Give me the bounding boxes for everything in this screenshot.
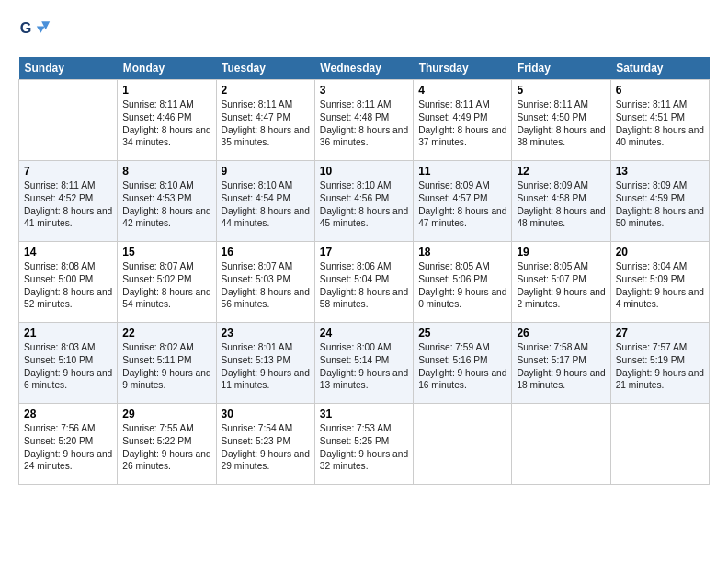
calendar-cell: 3Sunrise: 8:11 AMSunset: 4:48 PMDaylight… [314,80,413,161]
date-number: 15 [122,246,210,259]
calendar-cell: 26Sunrise: 7:58 AMSunset: 5:17 PMDayligh… [512,323,610,404]
calendar-cell [512,404,610,485]
calendar-cell: 10Sunrise: 8:10 AMSunset: 4:56 PMDayligh… [314,161,413,242]
cell-info: Sunrise: 8:00 AMSunset: 5:14 PMDaylight:… [320,342,408,390]
cell-info: Sunrise: 7:58 AMSunset: 5:17 PMDaylight:… [517,342,605,390]
cell-info: Sunrise: 8:01 AMSunset: 5:13 PMDaylight:… [222,342,310,390]
cell-info: Sunrise: 7:59 AMSunset: 5:16 PMDaylight:… [418,342,506,390]
cell-info: Sunrise: 8:11 AMSunset: 4:52 PMDaylight:… [24,180,112,228]
cell-info: Sunrise: 7:54 AMSunset: 5:23 PMDaylight:… [222,423,310,471]
calendar-cell: 28Sunrise: 7:56 AMSunset: 5:20 PMDayligh… [19,404,118,485]
date-number: 10 [320,165,408,178]
date-number: 28 [24,408,112,420]
svg-text:G: G [20,19,32,36]
page-header: G [18,15,710,48]
calendar-cell: 12Sunrise: 8:09 AMSunset: 4:58 PMDayligh… [512,161,610,242]
cell-info: Sunrise: 8:08 AMSunset: 5:00 PMDaylight:… [24,261,112,309]
date-number: 2 [222,84,310,97]
cell-info: Sunrise: 7:56 AMSunset: 5:20 PMDaylight:… [24,423,112,471]
weekday-wednesday: Wednesday [314,57,413,80]
logo-icon: G [18,15,51,48]
date-number: 26 [517,327,605,339]
cell-info: Sunrise: 8:09 AMSunset: 4:58 PMDaylight:… [517,180,605,228]
logo: G [18,15,55,48]
svg-marker-3 [37,27,45,33]
date-number: 7 [24,165,112,178]
weekday-monday: Monday [118,57,216,80]
calendar-cell: 6Sunrise: 8:11 AMSunset: 4:51 PMDaylight… [610,80,709,161]
week-row-1: 1Sunrise: 8:11 AMSunset: 4:46 PMDaylight… [19,80,710,161]
cell-info: Sunrise: 8:11 AMSunset: 4:51 PMDaylight:… [616,99,704,147]
cell-info: Sunrise: 8:10 AMSunset: 4:54 PMDaylight:… [222,180,310,228]
week-row-4: 21Sunrise: 8:03 AMSunset: 5:10 PMDayligh… [19,323,710,404]
cell-info: Sunrise: 8:03 AMSunset: 5:10 PMDaylight:… [24,342,112,390]
date-number: 12 [517,165,605,178]
date-number: 27 [616,327,704,339]
date-number: 11 [418,165,506,178]
cell-info: Sunrise: 8:10 AMSunset: 4:53 PMDaylight:… [122,180,210,228]
cell-info: Sunrise: 8:05 AMSunset: 5:06 PMDaylight:… [418,261,506,309]
date-number: 14 [24,246,112,259]
date-number: 5 [517,84,605,97]
cell-info: Sunrise: 8:05 AMSunset: 5:07 PMDaylight:… [517,261,605,309]
weekday-sunday: Sunday [19,57,118,80]
calendar-cell [414,404,512,485]
calendar-table: SundayMondayTuesdayWednesdayThursdayFrid… [18,57,710,485]
calendar-cell: 22Sunrise: 8:02 AMSunset: 5:11 PMDayligh… [118,323,216,404]
date-number: 30 [222,408,310,420]
cell-info: Sunrise: 8:02 AMSunset: 5:11 PMDaylight:… [122,342,210,390]
date-number: 16 [222,246,310,259]
date-number: 22 [122,327,210,339]
calendar-cell: 31Sunrise: 7:53 AMSunset: 5:25 PMDayligh… [314,404,413,485]
calendar-cell: 21Sunrise: 8:03 AMSunset: 5:10 PMDayligh… [19,323,118,404]
calendar-cell: 20Sunrise: 8:04 AMSunset: 5:09 PMDayligh… [610,242,709,323]
calendar-cell: 29Sunrise: 7:55 AMSunset: 5:22 PMDayligh… [118,404,216,485]
calendar-cell: 17Sunrise: 8:06 AMSunset: 5:04 PMDayligh… [314,242,413,323]
date-number: 21 [24,327,112,339]
calendar-cell: 15Sunrise: 8:07 AMSunset: 5:02 PMDayligh… [118,242,216,323]
cell-info: Sunrise: 8:07 AMSunset: 5:02 PMDaylight:… [122,261,210,309]
week-row-2: 7Sunrise: 8:11 AMSunset: 4:52 PMDaylight… [19,161,710,242]
week-row-3: 14Sunrise: 8:08 AMSunset: 5:00 PMDayligh… [19,242,710,323]
calendar-cell: 1Sunrise: 8:11 AMSunset: 4:46 PMDaylight… [118,80,216,161]
date-number: 31 [320,408,408,420]
date-number: 24 [320,327,408,339]
date-number: 18 [418,246,506,259]
cell-info: Sunrise: 8:09 AMSunset: 4:57 PMDaylight:… [418,180,506,228]
week-row-5: 28Sunrise: 7:56 AMSunset: 5:20 PMDayligh… [19,404,710,485]
calendar-cell: 11Sunrise: 8:09 AMSunset: 4:57 PMDayligh… [414,161,512,242]
calendar-page: G SundayMondayTuesdayWednesdayThursdayFr… [0,0,728,563]
calendar-cell: 24Sunrise: 8:00 AMSunset: 5:14 PMDayligh… [314,323,413,404]
date-number: 6 [616,84,704,97]
cell-info: Sunrise: 7:57 AMSunset: 5:19 PMDaylight:… [616,342,704,390]
cell-info: Sunrise: 8:11 AMSunset: 4:46 PMDaylight:… [122,99,210,147]
weekday-header-row: SundayMondayTuesdayWednesdayThursdayFrid… [19,57,710,80]
weekday-saturday: Saturday [610,57,709,80]
cell-info: Sunrise: 8:06 AMSunset: 5:04 PMDaylight:… [320,261,408,309]
calendar-cell [610,404,709,485]
calendar-cell: 18Sunrise: 8:05 AMSunset: 5:06 PMDayligh… [414,242,512,323]
date-number: 13 [616,165,704,178]
cell-info: Sunrise: 8:04 AMSunset: 5:09 PMDaylight:… [616,261,704,309]
calendar-cell: 9Sunrise: 8:10 AMSunset: 4:54 PMDaylight… [216,161,314,242]
date-number: 25 [418,327,506,339]
date-number: 1 [122,84,210,97]
date-number: 4 [418,84,506,97]
calendar-cell: 19Sunrise: 8:05 AMSunset: 5:07 PMDayligh… [512,242,610,323]
cell-info: Sunrise: 7:53 AMSunset: 5:25 PMDaylight:… [320,423,408,471]
date-number: 23 [222,327,310,339]
cell-info: Sunrise: 8:11 AMSunset: 4:47 PMDaylight:… [222,99,310,147]
date-number: 29 [122,408,210,420]
calendar-cell: 27Sunrise: 7:57 AMSunset: 5:19 PMDayligh… [610,323,709,404]
date-number: 20 [616,246,704,259]
date-number: 8 [122,165,210,178]
weekday-thursday: Thursday [414,57,512,80]
calendar-cell: 7Sunrise: 8:11 AMSunset: 4:52 PMDaylight… [19,161,118,242]
weekday-tuesday: Tuesday [216,57,314,80]
calendar-cell: 4Sunrise: 8:11 AMSunset: 4:49 PMDaylight… [414,80,512,161]
date-number: 9 [222,165,310,178]
cell-info: Sunrise: 8:11 AMSunset: 4:50 PMDaylight:… [517,99,605,147]
weekday-friday: Friday [512,57,610,80]
calendar-cell: 8Sunrise: 8:10 AMSunset: 4:53 PMDaylight… [118,161,216,242]
calendar-cell: 14Sunrise: 8:08 AMSunset: 5:00 PMDayligh… [19,242,118,323]
